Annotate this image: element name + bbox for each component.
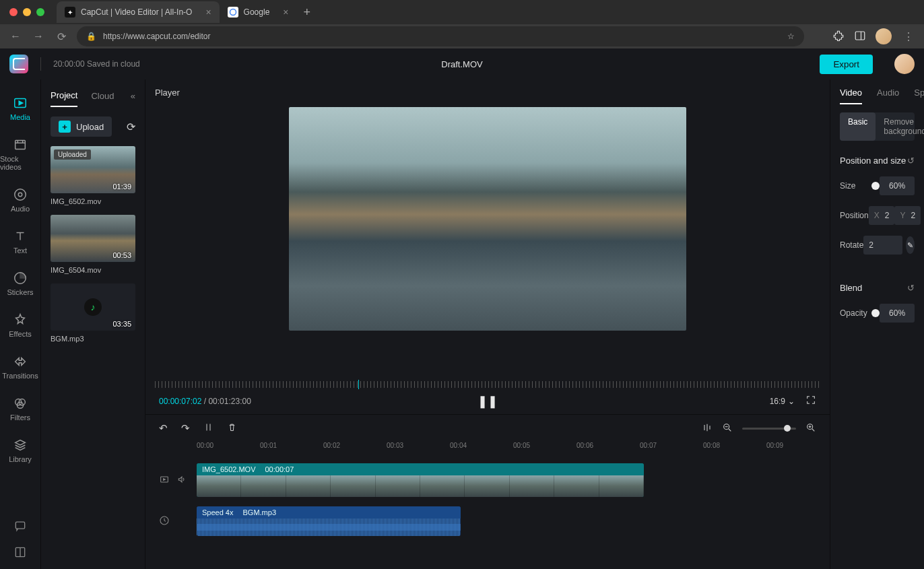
reload-button[interactable]: ⟳	[54, 30, 69, 43]
url-text: https://www.capcut.com/editor	[103, 32, 210, 41]
export-button[interactable]: Export	[820, 55, 873, 74]
position-y-input[interactable]: Y2	[894, 206, 921, 225]
browser-tab-google[interactable]: Google ×	[220, 1, 297, 23]
fullscreen-button[interactable]	[805, 395, 816, 407]
minimize-window-icon[interactable]	[23, 8, 31, 16]
tab-video[interactable]: Video	[840, 88, 862, 104]
sidebar-item-label: Transitions	[2, 372, 38, 380]
clip-name: BGM.mp3	[242, 508, 276, 516]
window-controls	[9, 8, 44, 16]
back-button[interactable]: ←	[8, 30, 23, 42]
reset-icon[interactable]: ↺	[907, 156, 915, 166]
tab-project[interactable]: Project	[51, 90, 77, 107]
svg-marker-4	[19, 101, 23, 105]
sidebar-item-effects[interactable]: Effects	[0, 307, 40, 343]
upload-badge: Uploaded	[54, 149, 91, 160]
reset-icon[interactable]: ↺	[907, 283, 915, 293]
video-track-icon[interactable]	[159, 474, 170, 487]
menu-icon[interactable]: ⋮	[901, 30, 916, 43]
tab-audio[interactable]: Audio	[877, 88, 899, 104]
upload-button[interactable]: + Upload	[51, 116, 112, 137]
subtab-basic[interactable]: Basic	[840, 112, 876, 141]
zoom-out-button[interactable]	[722, 422, 733, 435]
plus-icon: +	[59, 121, 71, 133]
upload-label: Upload	[76, 122, 104, 132]
new-tab-button[interactable]: +	[297, 5, 318, 20]
close-tab-icon[interactable]: ×	[283, 7, 288, 18]
maximize-window-icon[interactable]	[36, 8, 44, 16]
time-current: 00:00:07:02	[159, 397, 201, 406]
opacity-value[interactable]: 60%	[880, 304, 915, 323]
audio-track-icon[interactable]	[159, 515, 170, 528]
player-ruler[interactable]	[155, 381, 820, 388]
forward-button[interactable]: →	[31, 30, 46, 42]
sidebar-item-stock-videos[interactable]: Stock videos	[0, 132, 40, 176]
position-x-input[interactable]: X2	[869, 206, 895, 225]
media-item[interactable]: 00:53 IMG_6504.mov	[51, 215, 135, 274]
video-clip[interactable]: IMG_6502.MOV 00:00:07	[197, 463, 644, 497]
document-title[interactable]: Draft.MOV	[441, 59, 482, 69]
close-window-icon[interactable]	[9, 8, 18, 16]
zoom-in-button[interactable]	[805, 422, 816, 435]
bookmark-icon[interactable]: ☆	[787, 32, 795, 41]
pause-button[interactable]: ❚❚	[477, 394, 498, 409]
sidebar-item-library[interactable]: Library	[0, 432, 40, 469]
svg-marker-33	[164, 478, 166, 480]
undo-button[interactable]: ↶	[159, 422, 168, 434]
collapse-panel-icon[interactable]: «	[131, 91, 135, 106]
save-status: 20:00:00 Saved in cloud	[53, 59, 140, 69]
address-bar: ← → ⟳ 🔒 https://www.capcut.com/editor ☆ …	[0, 24, 924, 48]
media-item[interactable]: ♪ 03:35 BGM.mp3	[51, 283, 135, 343]
timeline-ruler[interactable]: 00:00 00:01 00:02 00:03 00:04 00:05 00:0…	[145, 442, 830, 455]
close-tab-icon[interactable]: ×	[205, 7, 211, 18]
sidebar-item-audio[interactable]: Audio	[0, 182, 40, 218]
sidebar-item-filters[interactable]: Filters	[0, 391, 40, 427]
svg-line-29	[812, 429, 814, 431]
mute-track-icon[interactable]	[176, 474, 187, 487]
rotate-input[interactable]: 2	[863, 236, 902, 255]
sidebar-item-stickers[interactable]: Stickers	[0, 265, 40, 302]
keyframe-icon[interactable]	[702, 422, 713, 435]
capcut-logo-icon[interactable]	[9, 55, 28, 73]
chat-icon[interactable]	[13, 519, 27, 535]
sidebar-item-text[interactable]: Text	[0, 224, 40, 260]
aspect-ratio-select[interactable]: 16:9 ⌄	[770, 397, 795, 406]
audio-clip[interactable]: Speed 4x BGM.mp3	[197, 506, 461, 536]
profile-avatar[interactable]	[876, 28, 892, 44]
preview-canvas[interactable]	[289, 107, 686, 331]
svg-rect-1	[855, 32, 865, 40]
extensions-icon[interactable]	[832, 30, 845, 44]
layout-icon[interactable]	[13, 545, 27, 561]
zoom-slider[interactable]	[742, 428, 796, 430]
subtab-remove-bg[interactable]: Remove background	[876, 112, 924, 141]
sidebar-item-transitions[interactable]: Transitions	[0, 349, 40, 385]
user-avatar[interactable]	[894, 54, 915, 74]
url-input[interactable]: 🔒 https://www.capcut.com/editor ☆	[77, 26, 804, 46]
rotate-indicator-icon[interactable]: ✎	[906, 236, 915, 254]
sidebar-item-media[interactable]: Media	[0, 90, 40, 127]
primary-sidebar: Media Stock videos Audio Text Stickers E…	[0, 79, 41, 569]
music-icon: ♪	[84, 298, 102, 316]
delete-button[interactable]	[227, 422, 237, 434]
position-label: Position	[840, 211, 869, 220]
chevron-down-icon: ⌄	[788, 397, 795, 406]
size-value[interactable]: 60%	[880, 176, 915, 195]
sidebar-item-label: Stickers	[7, 288, 33, 296]
duration-label: 03:35	[112, 320, 131, 328]
split-button[interactable]	[203, 422, 213, 434]
section-blend: Blend	[840, 283, 862, 293]
sidebar-item-label: Library	[9, 455, 32, 463]
media-item[interactable]: Uploaded 01:39 IMG_6502.mov	[51, 146, 135, 205]
panel-icon[interactable]	[854, 30, 866, 44]
sidebar-item-label: Text	[13, 246, 27, 255]
browser-tab-capcut[interactable]: ✦ CapCut | Video Editor | All-In-O ×	[57, 1, 220, 23]
tab-speed[interactable]: Speed	[914, 88, 924, 104]
tab-cloud[interactable]: Cloud	[91, 91, 114, 106]
redo-button[interactable]: ↷	[181, 422, 190, 434]
refresh-icon[interactable]: ⟳	[127, 121, 135, 133]
favicon-google-icon	[228, 7, 238, 18]
svg-rect-5	[15, 141, 26, 149]
timeline: ↶ ↷ 00:00 00:01 00:02 00:03 00:04 00:05 …	[145, 414, 830, 569]
playhead-icon	[358, 380, 359, 389]
app-header: 20:00:00 Saved in cloud Draft.MOV Export	[0, 48, 924, 79]
